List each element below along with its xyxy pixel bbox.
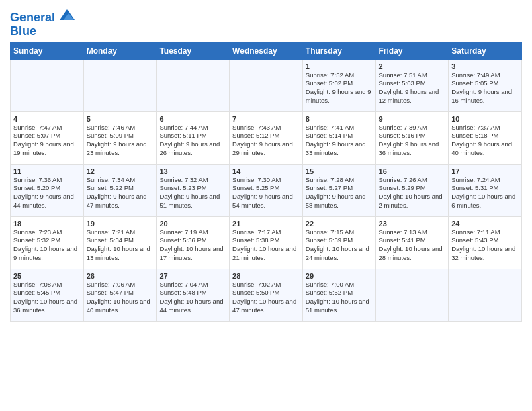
cell-details: Sunrise: 7:46 AMSunset: 5:09 PMDaylight:… <box>87 124 154 158</box>
week-row-4: 18Sunrise: 7:23 AMSunset: 5:32 PMDayligh… <box>11 216 522 269</box>
day-number: 7 <box>232 115 300 123</box>
calendar-table: SundayMondayTuesdayWednesdayThursdayFrid… <box>10 42 522 322</box>
header-thursday: Thursday <box>302 42 375 59</box>
cell-details: Sunrise: 7:43 AMSunset: 5:12 PMDaylight:… <box>232 124 300 158</box>
cell-details: Sunrise: 7:28 AMSunset: 5:27 PMDaylight:… <box>306 176 373 210</box>
day-number: 20 <box>159 220 226 228</box>
calendar-cell: 2Sunrise: 7:51 AMSunset: 5:03 PMDaylight… <box>375 59 449 111</box>
calendar-cell: 10Sunrise: 7:37 AMSunset: 5:18 PMDayligh… <box>449 111 522 164</box>
day-number: 4 <box>13 115 81 123</box>
calendar-cell: 22Sunrise: 7:15 AMSunset: 5:39 PMDayligh… <box>302 216 375 269</box>
calendar-cell: 11Sunrise: 7:36 AMSunset: 5:20 PMDayligh… <box>11 164 84 216</box>
calendar-cell: 26Sunrise: 7:06 AMSunset: 5:47 PMDayligh… <box>83 269 157 321</box>
day-number: 1 <box>306 62 373 71</box>
calendar-cell: 20Sunrise: 7:19 AMSunset: 5:36 PMDayligh… <box>157 216 230 269</box>
header-row-days: SundayMondayTuesdayWednesdayThursdayFrid… <box>11 42 522 59</box>
cell-details: Sunrise: 7:08 AMSunset: 5:45 PMDaylight:… <box>13 281 81 315</box>
week-row-1: 1Sunrise: 7:52 AMSunset: 5:02 PMDaylight… <box>11 59 522 111</box>
cell-details: Sunrise: 7:02 AMSunset: 5:50 PMDaylight:… <box>232 281 300 315</box>
cell-details: Sunrise: 7:21 AMSunset: 5:34 PMDaylight:… <box>87 228 154 263</box>
page-container: General Blue SundayMondayTuesdayWednesda… <box>0 0 532 325</box>
cell-details: Sunrise: 7:41 AMSunset: 5:14 PMDaylight:… <box>306 124 373 158</box>
calendar-cell: 15Sunrise: 7:28 AMSunset: 5:27 PMDayligh… <box>302 164 375 216</box>
cell-details: Sunrise: 7:26 AMSunset: 5:29 PMDaylight:… <box>379 176 446 210</box>
week-row-5: 25Sunrise: 7:08 AMSunset: 5:45 PMDayligh… <box>11 269 522 321</box>
day-number: 21 <box>232 220 300 228</box>
cell-details: Sunrise: 7:24 AMSunset: 5:31 PMDaylight:… <box>451 176 519 210</box>
calendar-cell: 12Sunrise: 7:34 AMSunset: 5:22 PMDayligh… <box>83 164 157 216</box>
cell-details: Sunrise: 7:15 AMSunset: 5:39 PMDaylight:… <box>306 228 373 263</box>
day-number: 9 <box>379 115 446 123</box>
header-saturday: Saturday <box>449 42 522 59</box>
calendar-cell: 9Sunrise: 7:39 AMSunset: 5:16 PMDaylight… <box>375 111 449 164</box>
calendar-cell: 17Sunrise: 7:24 AMSunset: 5:31 PMDayligh… <box>449 164 522 216</box>
cell-details: Sunrise: 7:00 AMSunset: 5:52 PMDaylight:… <box>306 281 373 315</box>
logo-general: General <box>10 11 55 24</box>
logo-icon <box>60 8 75 21</box>
day-number: 8 <box>306 115 373 123</box>
cell-details: Sunrise: 7:06 AMSunset: 5:47 PMDaylight:… <box>87 281 154 315</box>
cell-details: Sunrise: 7:19 AMSunset: 5:36 PMDaylight:… <box>159 228 226 263</box>
logo-text: General <box>10 9 75 25</box>
calendar-cell <box>375 269 449 321</box>
calendar-cell: 1Sunrise: 7:52 AMSunset: 5:02 PMDaylight… <box>302 59 375 111</box>
calendar-cell: 14Sunrise: 7:30 AMSunset: 5:25 PMDayligh… <box>230 164 303 216</box>
cell-details: Sunrise: 7:47 AMSunset: 5:07 PMDaylight:… <box>13 124 81 158</box>
header-wednesday: Wednesday <box>230 42 303 59</box>
cell-details: Sunrise: 7:17 AMSunset: 5:38 PMDaylight:… <box>232 228 300 263</box>
calendar-cell: 3Sunrise: 7:49 AMSunset: 5:05 PMDaylight… <box>449 59 522 111</box>
day-number: 19 <box>87 220 154 228</box>
calendar-cell: 4Sunrise: 7:47 AMSunset: 5:07 PMDaylight… <box>11 111 84 164</box>
day-number: 6 <box>159 115 226 123</box>
calendar-cell: 16Sunrise: 7:26 AMSunset: 5:29 PMDayligh… <box>375 164 449 216</box>
day-number: 26 <box>87 272 154 280</box>
cell-details: Sunrise: 7:04 AMSunset: 5:48 PMDaylight:… <box>159 281 226 315</box>
calendar-header: SundayMondayTuesdayWednesdayThursdayFrid… <box>11 42 522 59</box>
day-number: 13 <box>159 167 226 175</box>
calendar-cell: 7Sunrise: 7:43 AMSunset: 5:12 PMDaylight… <box>230 111 303 164</box>
header-monday: Monday <box>83 42 157 59</box>
calendar-cell: 5Sunrise: 7:46 AMSunset: 5:09 PMDaylight… <box>83 111 157 164</box>
calendar-cell: 24Sunrise: 7:11 AMSunset: 5:43 PMDayligh… <box>449 216 522 269</box>
calendar-cell <box>449 269 522 321</box>
day-number: 3 <box>451 62 519 71</box>
calendar-cell <box>230 59 303 111</box>
day-number: 12 <box>87 167 154 175</box>
cell-details: Sunrise: 7:32 AMSunset: 5:23 PMDaylight:… <box>159 176 226 210</box>
day-number: 2 <box>379 62 446 71</box>
cell-details: Sunrise: 7:37 AMSunset: 5:18 PMDaylight:… <box>451 124 519 158</box>
day-number: 10 <box>451 115 519 123</box>
cell-details: Sunrise: 7:23 AMSunset: 5:32 PMDaylight:… <box>13 228 81 263</box>
header-tuesday: Tuesday <box>157 42 230 59</box>
header-sunday: Sunday <box>11 42 84 59</box>
calendar-cell <box>11 59 84 111</box>
calendar-cell: 18Sunrise: 7:23 AMSunset: 5:32 PMDayligh… <box>11 216 84 269</box>
calendar-cell: 25Sunrise: 7:08 AMSunset: 5:45 PMDayligh… <box>11 269 84 321</box>
calendar-cell: 23Sunrise: 7:13 AMSunset: 5:41 PMDayligh… <box>375 216 449 269</box>
day-number: 16 <box>379 167 446 175</box>
logo: General Blue <box>10 9 75 38</box>
cell-details: Sunrise: 7:36 AMSunset: 5:20 PMDaylight:… <box>13 176 81 210</box>
header-row: General Blue <box>10 7 522 38</box>
header-friday: Friday <box>375 42 449 59</box>
day-number: 22 <box>306 220 373 228</box>
calendar-cell <box>83 59 157 111</box>
calendar-cell: 6Sunrise: 7:44 AMSunset: 5:11 PMDaylight… <box>157 111 230 164</box>
calendar-cell: 29Sunrise: 7:00 AMSunset: 5:52 PMDayligh… <box>302 269 375 321</box>
calendar-cell <box>157 59 230 111</box>
day-number: 27 <box>159 272 226 280</box>
day-number: 28 <box>232 272 300 280</box>
calendar-cell: 21Sunrise: 7:17 AMSunset: 5:38 PMDayligh… <box>230 216 303 269</box>
day-number: 24 <box>451 220 519 228</box>
day-number: 18 <box>13 220 81 228</box>
day-number: 5 <box>87 115 154 123</box>
day-number: 14 <box>232 167 300 175</box>
cell-details: Sunrise: 7:44 AMSunset: 5:11 PMDaylight:… <box>159 124 226 158</box>
day-number: 17 <box>451 167 519 175</box>
cell-details: Sunrise: 7:34 AMSunset: 5:22 PMDaylight:… <box>87 176 154 210</box>
cell-details: Sunrise: 7:52 AMSunset: 5:02 PMDaylight:… <box>306 71 373 105</box>
cell-details: Sunrise: 7:11 AMSunset: 5:43 PMDaylight:… <box>451 228 519 263</box>
calendar-cell: 27Sunrise: 7:04 AMSunset: 5:48 PMDayligh… <box>157 269 230 321</box>
calendar-body: 1Sunrise: 7:52 AMSunset: 5:02 PMDaylight… <box>11 59 522 321</box>
cell-details: Sunrise: 7:13 AMSunset: 5:41 PMDaylight:… <box>379 228 446 263</box>
